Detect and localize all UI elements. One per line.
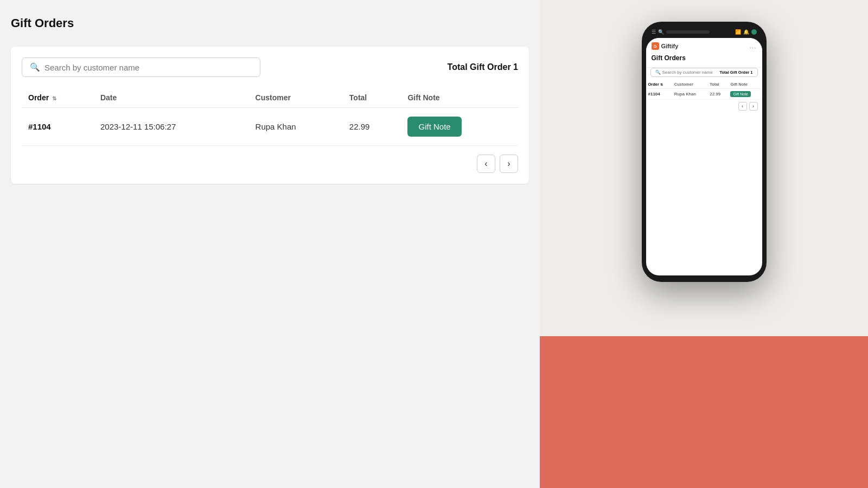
phone-page-title: Gift Orders <box>652 52 757 65</box>
prev-page-button[interactable]: ‹ <box>477 155 495 173</box>
phone-search-box[interactable]: 🔍 Total Gift Order 1 <box>650 68 758 77</box>
phone-sort-icon: ⇅ <box>660 83 663 86</box>
phone-app-bar: G Giftify ... Gift Orders <box>646 38 762 68</box>
search-box[interactable]: 🔍 <box>22 57 260 77</box>
orders-card: 🔍 Total Gift Order 1 Order ⇅ Date Custom… <box>11 47 529 184</box>
phone-bell-icon: 🔔 <box>743 29 749 35</box>
col-order: Order ⇅ <box>22 88 94 108</box>
cell-date: 2023-12-11 15:06:27 <box>94 108 249 146</box>
phone-notch <box>666 30 710 34</box>
cell-customer: Rupa Khan <box>249 108 343 146</box>
col-date: Date <box>94 88 249 108</box>
phone-orders-table: Order ⇅ Customer Total Gift Note #1104 R… <box>646 80 762 100</box>
search-row: 🔍 Total Gift Order 1 <box>22 57 518 77</box>
phone-col-order: Order ⇅ <box>646 80 672 89</box>
red-decorative-block <box>540 336 868 488</box>
phone-cell-total: 22.99 <box>707 89 728 100</box>
phone-cell-gift-note: Gift Note <box>728 89 762 100</box>
search-input[interactable] <box>44 63 252 72</box>
phone-app-name: Giftify <box>661 43 679 49</box>
col-total: Total <box>343 88 401 108</box>
table-row: #1104 2023-12-11 15:06:27 Rupa Khan 22.9… <box>22 108 518 146</box>
sort-icon: ⇅ <box>52 95 56 101</box>
phone-app-name-row: G Giftify ... <box>652 42 757 50</box>
phone-screen-inner: 🔍 Total Gift Order 1 Order ⇅ Customer To… <box>646 68 762 275</box>
gift-note-button[interactable]: Gift Note <box>407 117 461 137</box>
phone-search-icon-inner: 🔍 <box>655 70 661 75</box>
phone-prev-button[interactable]: ‹ <box>738 102 747 111</box>
phone-mockup: ☰ 🔍 📶 🔔 G Giftify ... Gift Orders <box>642 22 767 282</box>
phone-col-customer: Customer <box>672 80 707 89</box>
phone-status-left: ☰ 🔍 <box>652 29 710 35</box>
page-title: Gift Orders <box>11 16 529 30</box>
phone-three-dots: ... <box>749 42 756 50</box>
phone-top-bar: ☰ 🔍 📶 🔔 <box>646 28 762 36</box>
cell-gift-note: Gift Note <box>401 108 518 146</box>
table-header-row: Order ⇅ Date Customer Total Gift Note <box>22 88 518 108</box>
phone-col-total: Total <box>707 80 728 89</box>
phone-app-logo: G <box>652 42 659 50</box>
main-content: Gift Orders 🔍 Total Gift Order 1 Order ⇅… <box>0 0 540 488</box>
cell-order: #1104 <box>22 108 94 146</box>
phone-table-header: Order ⇅ Customer Total Gift Note <box>646 80 762 89</box>
phone-total-label: Total Gift Order 1 <box>719 70 752 75</box>
phone-gift-note-button[interactable]: Gift Note <box>730 91 751 97</box>
phone-table-row: #1104 Rupa Khan 22.99 Gift Note <box>646 89 762 100</box>
phone-screen: G Giftify ... Gift Orders 🔍 Total Gift O… <box>646 38 762 275</box>
total-gift-order-label: Total Gift Order 1 <box>448 62 518 72</box>
phone-menu-icon: ☰ <box>652 29 656 35</box>
phone-next-button[interactable]: › <box>749 102 758 111</box>
phone-battery-dot <box>751 29 757 35</box>
col-customer: Customer <box>249 88 343 108</box>
right-panel: ☰ 🔍 📶 🔔 G Giftify ... Gift Orders <box>540 0 868 488</box>
col-gift-note: Gift Note <box>401 88 518 108</box>
phone-signal-icon: 📶 <box>735 29 741 35</box>
pagination-row: ‹ › <box>22 155 518 173</box>
order-link[interactable]: #1104 <box>28 122 51 131</box>
cell-total: 22.99 <box>343 108 401 146</box>
search-icon: 🔍 <box>30 62 40 72</box>
phone-search-input[interactable] <box>662 70 720 75</box>
phone-cell-customer: Rupa Khan <box>672 89 707 100</box>
phone-search-icon: 🔍 <box>658 29 664 35</box>
phone-cell-order: #1104 <box>646 89 672 100</box>
orders-table: Order ⇅ Date Customer Total Gift Note #1… <box>22 88 518 146</box>
next-page-button[interactable]: › <box>500 155 518 173</box>
phone-status-right: 📶 🔔 <box>735 29 757 35</box>
phone-pagination: ‹ › <box>646 100 762 113</box>
phone-col-gift-note: Gift Note <box>728 80 762 89</box>
